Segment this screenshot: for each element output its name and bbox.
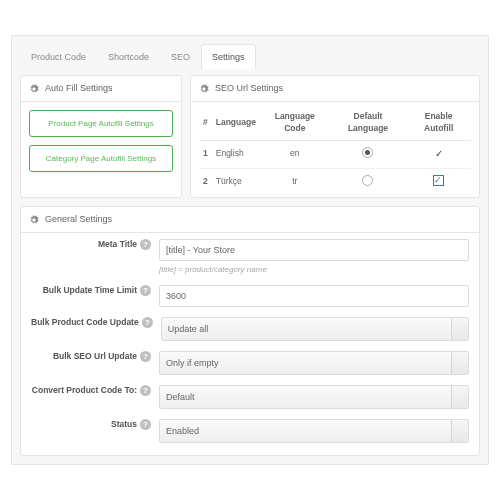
- gear-icon: [199, 84, 209, 94]
- col-language: Language: [212, 106, 260, 140]
- row-index: 1: [203, 148, 208, 158]
- meta-title-hint: [title] = product/category name: [159, 264, 469, 275]
- gear-icon: [29, 84, 39, 94]
- tab-shortcode[interactable]: Shortcode: [97, 44, 160, 70]
- help-icon[interactable]: ?: [140, 385, 151, 396]
- row-language: English: [212, 140, 260, 168]
- tab-settings[interactable]: Settings: [201, 44, 256, 70]
- panel-title: SEO Url Settings: [215, 82, 283, 95]
- convert-label: Convert Product Code To:: [32, 385, 137, 395]
- settings-page: Product Code Shortcode SEO Settings Auto…: [11, 35, 489, 466]
- bulk-code-label: Bulk Product Code Update: [31, 317, 139, 327]
- help-icon[interactable]: ?: [140, 351, 151, 362]
- enable-autofill-check[interactable]: ✓: [435, 147, 443, 161]
- help-icon[interactable]: ?: [140, 239, 151, 250]
- row-language: Türkçe: [212, 168, 260, 195]
- tab-product-code[interactable]: Product Code: [20, 44, 97, 70]
- bulk-seo-label: Bulk SEO Url Update: [53, 351, 137, 361]
- status-select[interactable]: Enabled: [159, 419, 469, 443]
- status-label: Status: [111, 419, 137, 429]
- help-icon[interactable]: ?: [140, 419, 151, 430]
- bulk-limit-label: Bulk Update Time Limit: [43, 285, 137, 295]
- row-code: tr: [260, 168, 330, 195]
- convert-select[interactable]: Default: [159, 385, 469, 409]
- bulk-limit-input[interactable]: [159, 285, 469, 307]
- bulk-code-select[interactable]: Update all: [161, 317, 469, 341]
- product-autofill-button[interactable]: Product Page Autofill Settings: [29, 110, 173, 137]
- table-row: 1 English en ✓: [199, 140, 471, 168]
- tab-seo[interactable]: SEO: [160, 44, 201, 70]
- category-autofill-button[interactable]: Category Page Autofill Settings: [29, 145, 173, 172]
- default-language-radio[interactable]: [362, 147, 373, 158]
- col-code: Language Code: [260, 106, 330, 140]
- seo-url-table: # Language Language Code Default Languag…: [199, 106, 471, 196]
- row-index: 2: [203, 176, 208, 186]
- meta-title-input[interactable]: [159, 239, 469, 261]
- panel-title: Auto Fill Settings: [45, 82, 113, 95]
- default-language-radio[interactable]: [362, 175, 373, 186]
- tabs: Product Code Shortcode SEO Settings: [20, 44, 480, 70]
- help-icon[interactable]: ?: [142, 317, 153, 328]
- help-icon[interactable]: ?: [140, 285, 151, 296]
- col-autofill: Enable Autofill: [406, 106, 471, 140]
- bulk-seo-select[interactable]: Only if empty: [159, 351, 469, 375]
- col-default: Default Language: [330, 106, 407, 140]
- row-code: en: [260, 140, 330, 168]
- seo-url-panel: SEO Url Settings # Language Language Cod…: [190, 75, 480, 198]
- panel-title: General Settings: [45, 213, 112, 226]
- general-panel: General Settings Meta Title? [title] = p…: [20, 206, 480, 456]
- gear-icon: [29, 215, 39, 225]
- autofill-panel: Auto Fill Settings Product Page Autofill…: [20, 75, 182, 198]
- col-index: #: [199, 106, 212, 140]
- table-row: 2 Türkçe tr: [199, 168, 471, 195]
- enable-autofill-checkbox[interactable]: [433, 175, 444, 186]
- meta-title-label: Meta Title: [98, 239, 137, 249]
